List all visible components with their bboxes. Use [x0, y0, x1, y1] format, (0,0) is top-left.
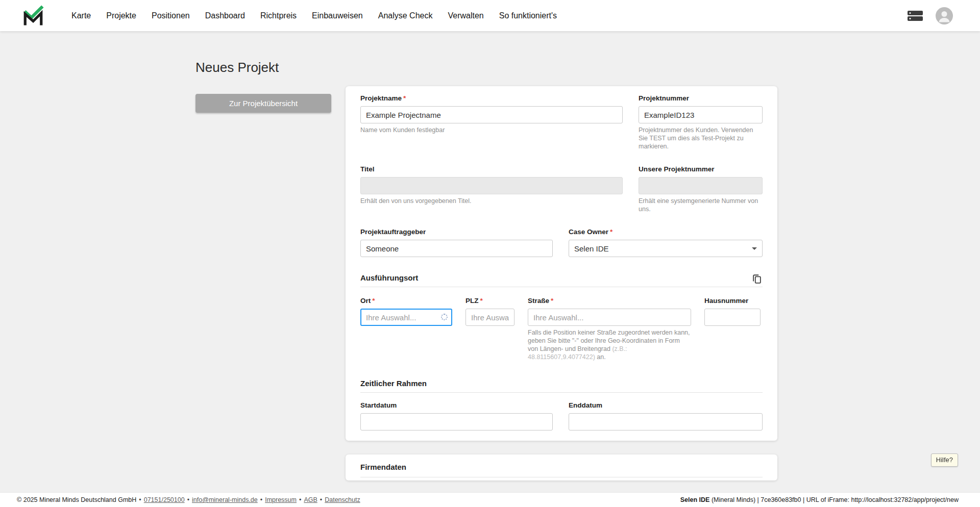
zeitlicher-rahmen-heading: Zeitlicher Rahmen — [360, 378, 427, 388]
titel-input — [360, 177, 623, 194]
enddatum-label: Enddatum — [569, 401, 763, 410]
firmendaten-card: Firmendaten — [346, 454, 777, 480]
footer-phone-link[interactable]: 07151/250100 — [144, 496, 185, 503]
field-strasse: Straße* Falls die Position keiner Straße… — [528, 296, 691, 361]
footer-session-info: Selen IDE (Mineral Minds) | 7ce360e83fb0… — [680, 496, 959, 503]
required-asterisk: * — [403, 94, 406, 102]
required-asterisk: * — [372, 297, 375, 305]
firmendaten-heading: Firmendaten — [360, 463, 406, 471]
field-plz: PLZ* — [465, 296, 514, 361]
project-overview-button[interactable]: Zur Projektübersicht — [195, 94, 331, 113]
nav-item-dashboard[interactable]: Dashboard — [205, 11, 245, 20]
field-startdatum: Startdatum — [360, 401, 553, 430]
footer-agb-link[interactable]: AGB — [304, 496, 317, 503]
projektnummer-input[interactable] — [639, 106, 763, 123]
nav-item-karte[interactable]: Karte — [71, 11, 91, 20]
case-owner-select[interactable]: Selen IDE — [569, 240, 763, 257]
titel-label: Titel — [360, 165, 623, 174]
projektauftraggeber-input[interactable] — [360, 240, 553, 257]
field-projektauftraggeber: Projektauftraggeber — [360, 227, 553, 257]
nav-item-projekte[interactable]: Projekte — [106, 11, 136, 20]
field-titel: Titel Erhält den von uns vorgegebenen Ti… — [360, 165, 623, 213]
titel-helper: Erhält den von uns vorgegebenen Titel. — [360, 197, 623, 205]
footer-email-link[interactable]: info@mineral-minds.de — [192, 496, 258, 503]
session-user: Selen IDE — [680, 496, 710, 503]
case-owner-value: Selen IDE — [574, 244, 609, 253]
hausnummer-input[interactable] — [704, 309, 761, 326]
plz-label: PLZ* — [465, 296, 514, 306]
page-title: Neues Projekt — [195, 60, 777, 75]
plz-input[interactable] — [465, 309, 514, 326]
footer-datenschutz-link[interactable]: Datenschutz — [325, 496, 360, 503]
field-ort: Ort* — [360, 296, 452, 361]
ausfuehrungsort-heading: Ausführungsort — [360, 273, 418, 283]
user-avatar[interactable] — [936, 7, 953, 24]
navbar-right — [908, 7, 953, 24]
enddatum-input[interactable] — [569, 413, 763, 430]
projektname-label: Projektname* — [360, 94, 623, 103]
logo-icon — [22, 5, 44, 27]
app-logo[interactable] — [22, 5, 44, 27]
left-column: Zur Projektübersicht — [195, 86, 346, 113]
footer: © 2025 Mineral Minds Deutschland GmbH • … — [0, 492, 980, 507]
field-hausnummer: Hausnummer — [704, 296, 761, 361]
case-owner-label: Case Owner* — [569, 227, 763, 237]
nav-item-analyse-check[interactable]: Analyse Check — [378, 11, 433, 20]
startdatum-input[interactable] — [360, 413, 553, 430]
projektauftraggeber-label: Projektauftraggeber — [360, 227, 553, 237]
page-content: Neues Projekt Zur Projektübersicht Proje… — [195, 60, 777, 480]
project-form-card: Projektname* Name vom Kunden festlegbar … — [346, 86, 777, 441]
unsere-projektnummer-input — [639, 177, 763, 194]
projektnummer-helper: Projektnummer des Kunden. Verwenden Sie … — [639, 126, 763, 150]
field-projektname: Projektname* Name vom Kunden festlegbar — [360, 94, 623, 150]
field-enddatum: Enddatum — [569, 401, 763, 430]
session-details: (Mineral Minds) | 7ce360e83fb0 | URL of … — [709, 496, 959, 503]
required-asterisk: * — [480, 297, 483, 305]
nav-item-verwalten[interactable]: Verwalten — [448, 11, 483, 20]
strasse-input[interactable] — [528, 309, 691, 326]
chevron-down-icon — [752, 247, 757, 250]
copy-icon[interactable] — [751, 273, 763, 285]
nav-item-richtpreis[interactable]: Richtpreis — [260, 11, 297, 20]
help-button[interactable]: Hilfe? — [931, 453, 958, 467]
ort-label: Ort* — [360, 296, 452, 306]
nav-item-so-funktionierts[interactable]: So funktioniert's — [499, 11, 557, 20]
nav-item-einbauweisen[interactable]: Einbauweisen — [312, 11, 363, 20]
person-icon — [936, 7, 953, 24]
field-case-owner: Case Owner* Selen IDE — [569, 227, 763, 257]
strasse-helper: Falls die Position keiner Straße zugeord… — [528, 328, 691, 361]
projektnummer-label: Projektnummer — [639, 94, 763, 103]
loading-spinner-icon — [441, 314, 448, 320]
unsere-projektnummer-helper: Erhält eine systemgenerierte Nummer von … — [639, 197, 763, 213]
field-projektnummer: Projektnummer Projektnummer des Kunden. … — [639, 94, 763, 150]
projektname-helper: Name vom Kunden festlegbar — [360, 126, 623, 134]
hausnummer-label: Hausnummer — [704, 296, 761, 306]
required-asterisk: * — [610, 228, 612, 236]
strasse-label: Straße* — [528, 296, 691, 306]
projektname-input[interactable] — [360, 106, 623, 123]
startdatum-label: Startdatum — [360, 401, 553, 410]
required-asterisk: * — [551, 297, 553, 305]
nav-items: Karte Projekte Positionen Dashboard Rich… — [71, 11, 557, 20]
unsere-projektnummer-label: Unsere Projektnummer — [639, 165, 763, 174]
top-navbar: Karte Projekte Positionen Dashboard Rich… — [0, 0, 980, 31]
footer-impressum-link[interactable]: Impressum — [265, 496, 297, 503]
footer-left: © 2025 Mineral Minds Deutschland GmbH • … — [17, 496, 360, 503]
field-unsere-projektnummer: Unsere Projektnummer Erhält eine systemg… — [639, 165, 763, 213]
section-divider — [360, 392, 763, 393]
copyright-text: © 2025 Mineral Minds Deutschland GmbH — [17, 496, 136, 503]
section-divider — [360, 287, 763, 287]
server-icon[interactable] — [908, 11, 923, 21]
ort-input[interactable] — [360, 309, 452, 326]
section-divider — [360, 477, 763, 477]
nav-item-positionen[interactable]: Positionen — [152, 11, 190, 20]
